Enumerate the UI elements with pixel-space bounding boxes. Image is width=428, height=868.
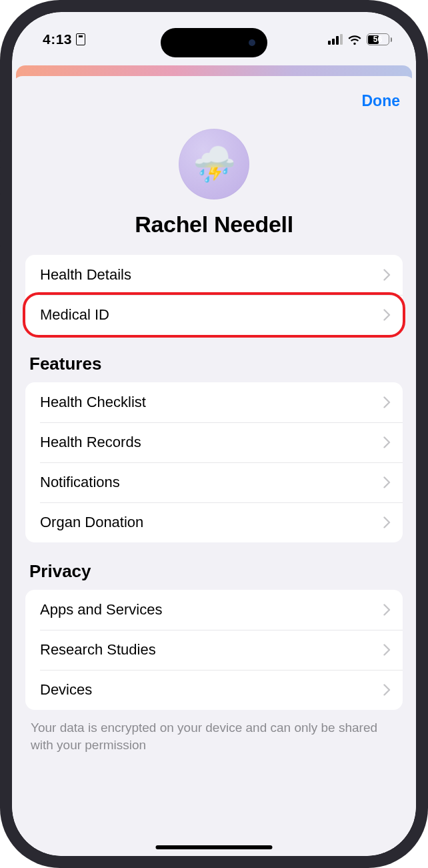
section-privacy: PrivacyApps and ServicesResearch Studies… <box>12 542 416 710</box>
profile-group-section: Health DetailsMedical ID <box>12 248 416 335</box>
row-label: Organ Donation <box>40 514 143 531</box>
section-title: Features <box>25 347 403 382</box>
list-row-health-checklist[interactable]: Health Checklist <box>25 382 403 422</box>
volume-up-button <box>0 193 1 247</box>
chevron-right-icon <box>383 604 391 616</box>
row-label: Apps and Services <box>40 601 162 618</box>
screen: 4:13 56 <box>12 12 416 856</box>
chevron-right-icon <box>383 269 391 281</box>
front-camera-icon <box>249 39 255 46</box>
status-right: 56 <box>328 33 393 45</box>
list-row-health-details[interactable]: Health Details <box>25 255 403 295</box>
list-row-notifications[interactable]: Notifications <box>25 462 403 502</box>
home-indicator[interactable] <box>156 845 273 849</box>
section-title: Privacy <box>25 554 403 590</box>
chevron-right-icon <box>383 476 391 488</box>
section-features: FeaturesHealth ChecklistHealth RecordsNo… <box>12 335 416 542</box>
sim-icon <box>76 33 85 45</box>
list-row-health-records[interactable]: Health Records <box>25 422 403 462</box>
chevron-right-icon <box>383 309 391 321</box>
list-row-devices[interactable]: Devices <box>25 670 403 710</box>
list-row-medical-id[interactable]: Medical ID <box>25 295 403 335</box>
cellular-icon <box>328 34 343 45</box>
chevron-right-icon <box>383 644 391 656</box>
group: Apps and ServicesResearch StudiesDevices <box>25 590 403 710</box>
chevron-right-icon <box>383 436 391 448</box>
row-label: Health Checklist <box>40 394 146 411</box>
status-time: 4:13 <box>43 31 72 47</box>
battery-pct: 56 <box>367 35 389 45</box>
status-left: 4:13 <box>43 31 85 47</box>
phone-frame: 4:13 56 <box>0 0 428 868</box>
profile-sheet: Done ⛈️ Rachel Needell Health DetailsMed… <box>12 76 416 856</box>
list-row-organ-donation[interactable]: Organ Donation <box>25 502 403 542</box>
sheet-header: Done <box>12 83 416 110</box>
row-label: Devices <box>40 681 92 699</box>
chevron-right-icon <box>383 516 391 528</box>
profile-header: ⛈️ Rachel Needell <box>12 110 416 248</box>
list-row-apps-and-services[interactable]: Apps and Services <box>25 590 403 630</box>
chevron-right-icon <box>383 396 391 408</box>
group: Health ChecklistHealth RecordsNotificati… <box>25 382 403 542</box>
list-row-research-studies[interactable]: Research Studies <box>25 630 403 670</box>
avatar[interactable]: ⛈️ <box>179 129 249 199</box>
wifi-icon <box>347 34 362 45</box>
done-button[interactable]: Done <box>362 92 401 110</box>
row-label: Medical ID <box>40 306 109 324</box>
battery-icon: 56 <box>367 33 393 45</box>
privacy-footer-text: Your data is encrypted on your device an… <box>12 710 416 753</box>
volume-down-button <box>0 260 1 314</box>
row-label: Notifications <box>40 474 120 491</box>
row-label: Health Details <box>40 266 131 284</box>
chevron-right-icon <box>383 684 391 696</box>
profile-name: Rachel Needell <box>135 211 293 238</box>
dynamic-island <box>161 28 267 57</box>
phone-bezel: 4:13 56 <box>12 12 416 856</box>
mute-switch <box>0 140 1 168</box>
profile-group: Health DetailsMedical ID <box>25 255 403 335</box>
row-label: Health Records <box>40 434 141 451</box>
row-label: Research Studies <box>40 641 156 659</box>
